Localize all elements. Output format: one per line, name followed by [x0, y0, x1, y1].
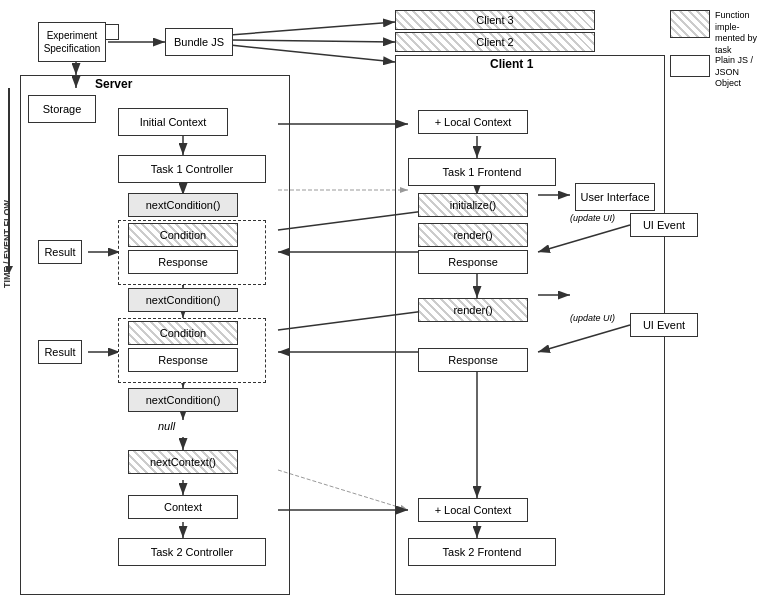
response-client2-box: Response: [418, 348, 528, 372]
diagram: TIME / EVENT FLOW Experiment Specificati…: [0, 0, 760, 604]
next-condition3-box: nextCondition(): [128, 388, 238, 412]
client3-box: Client 3: [395, 10, 595, 30]
next-condition2-box: nextCondition(): [128, 288, 238, 312]
response1-server-box: Response: [128, 250, 238, 274]
ui-event1-box: UI Event: [630, 213, 698, 237]
render2-box: render(): [418, 298, 528, 322]
legend-function-label: Function imple- mented by task: [715, 10, 760, 57]
client2-box: Client 2: [395, 32, 595, 52]
local-context1-box: + Local Context: [418, 110, 528, 134]
svg-line-5: [230, 45, 395, 62]
condition2-box: Condition: [128, 321, 238, 345]
client1-label: Client 1: [490, 57, 533, 71]
next-context-box: nextContext(): [128, 450, 238, 474]
response2-server-box: Response: [128, 348, 238, 372]
legend-plain-label: Plain JS / JSON Object: [715, 55, 760, 90]
task1-controller-box: Task 1 Controller: [118, 155, 266, 183]
task2-controller-box: Task 2 Controller: [118, 538, 266, 566]
initial-context-box: Initial Context: [118, 108, 228, 136]
null-label: null: [158, 420, 175, 432]
update-ui2-label: (update UI): [570, 313, 615, 323]
task1-frontend-box: Task 1 Frontend: [408, 158, 556, 186]
initialize-box: initialize(): [418, 193, 528, 217]
context-box: Context: [128, 495, 238, 519]
render1-box: render(): [418, 223, 528, 247]
svg-line-4: [230, 40, 395, 42]
condition1-box: Condition: [128, 223, 238, 247]
server-label: Server: [95, 77, 132, 91]
user-interface-box: User Interface: [575, 183, 655, 211]
ui-event2-box: UI Event: [630, 313, 698, 337]
local-context2-box: + Local Context: [418, 498, 528, 522]
legend-plain-box: [670, 55, 710, 77]
storage-box: Storage: [28, 95, 96, 123]
time-arrow-line: [8, 88, 10, 268]
svg-line-3: [230, 22, 395, 35]
svg-line-15: [278, 470, 408, 510]
time-arrow-head: [5, 266, 13, 274]
time-flow-label: TIME / EVENT FLOW: [2, 88, 12, 288]
bundle-js-box: Bundle JS: [165, 28, 233, 56]
result2-box: Result: [38, 340, 82, 364]
task2-frontend-box: Task 2 Frontend: [408, 538, 556, 566]
doc-icon: [105, 24, 119, 40]
next-condition1-box: nextCondition(): [128, 193, 238, 217]
result1-box: Result: [38, 240, 82, 264]
update-ui1-label: (update UI): [570, 213, 615, 223]
legend-hatched-box: [670, 10, 710, 38]
response-client1-box: Response: [418, 250, 528, 274]
experiment-spec-box: Experiment Specification: [38, 22, 106, 62]
